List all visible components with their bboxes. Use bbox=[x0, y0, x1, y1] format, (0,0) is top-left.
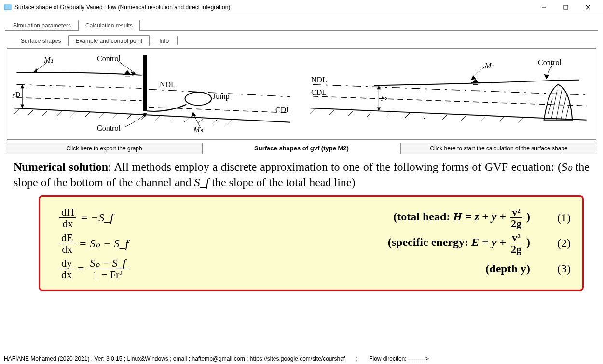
eq2-desc-prefix: (specific energy: bbox=[388, 236, 471, 248]
svg-line-16 bbox=[170, 117, 175, 121]
eq2-lhs-top: dE bbox=[59, 232, 75, 243]
diagram-label-m3: M₃ bbox=[193, 125, 203, 134]
start-calculation-button[interactable]: Click here to start the calculation of t… bbox=[400, 143, 597, 154]
diagram-label-m1: M₁ bbox=[44, 55, 53, 65]
numerical-solution-text: Numerical solution: All methods employ a… bbox=[14, 159, 589, 190]
svg-line-31 bbox=[442, 115, 447, 120]
svg-line-29 bbox=[405, 113, 410, 118]
app-icon bbox=[4, 3, 12, 11]
explanation-s0: S₀ bbox=[562, 161, 572, 173]
svg-line-7 bbox=[42, 111, 47, 116]
eq1-lhs-bot: dx bbox=[60, 218, 75, 229]
eq3-rhs-bot: 1 − Fr² bbox=[91, 269, 124, 280]
diagram-label-yd: yD bbox=[12, 91, 20, 99]
diagram-label-m1-r: M₁ bbox=[485, 61, 494, 70]
explanation-body1: : All methods employ a discrete approxim… bbox=[108, 161, 562, 173]
svg-line-33 bbox=[480, 117, 485, 121]
svg-line-25 bbox=[329, 110, 334, 115]
eq1-num: (1) bbox=[542, 211, 571, 224]
tab-info[interactable]: Info bbox=[152, 35, 176, 46]
eq3-eq: = bbox=[78, 262, 84, 275]
status-flow-label: Flow direction: bbox=[369, 355, 406, 362]
svg-line-34 bbox=[499, 117, 504, 122]
eq1-vfrac-top: v² bbox=[510, 206, 522, 218]
tabs-main: Simulation parameters Calculation result… bbox=[0, 17, 603, 31]
eq2-vfrac-bot: 2g bbox=[509, 243, 523, 255]
diagram-label-yo: yₒ bbox=[381, 93, 387, 101]
window-title: Surface shape of Gradually Varied Flow (… bbox=[14, 4, 533, 11]
svg-line-40 bbox=[566, 104, 570, 120]
equation-2: dEdx = Sₒ − S_f (specific energy: E = y … bbox=[59, 232, 571, 255]
diagram-label-cdl: CDL bbox=[275, 106, 291, 114]
export-graph-button[interactable]: Click here to export the graph bbox=[6, 143, 203, 154]
tab-simulation-parameters[interactable]: Simulation parameters bbox=[6, 20, 78, 31]
status-author: HAFIANE Mohamed (2020-2021) ; Ver: 3.0.1… bbox=[4, 355, 345, 362]
tab-example-control-point[interactable]: Example and control point bbox=[68, 35, 150, 46]
tab-separator bbox=[177, 36, 178, 45]
svg-line-18 bbox=[198, 119, 203, 123]
eq3-num: (3) bbox=[542, 262, 571, 275]
eq1-vfrac-bot: 2g bbox=[509, 218, 523, 229]
svg-line-8 bbox=[57, 111, 62, 116]
svg-line-39 bbox=[561, 95, 567, 120]
svg-line-19 bbox=[212, 120, 217, 124]
eq2-desc-suffix: ) bbox=[526, 236, 530, 248]
tab-surface-shapes[interactable]: Surface shapes bbox=[14, 35, 68, 46]
diagram-label-control-bottom: Control bbox=[97, 124, 121, 133]
svg-point-22 bbox=[185, 92, 212, 105]
eq1-desc-suffix: ) bbox=[526, 210, 530, 223]
minimize-button[interactable] bbox=[533, 0, 555, 14]
explanation-heading: Numerical solution bbox=[14, 161, 108, 173]
explanation-body3: the slope of the total head line) bbox=[209, 176, 355, 189]
close-button[interactable] bbox=[577, 0, 599, 14]
svg-line-27 bbox=[367, 112, 372, 117]
diagram-label-control-r: Control bbox=[538, 58, 562, 67]
svg-line-24 bbox=[311, 109, 315, 114]
svg-rect-2 bbox=[564, 5, 568, 9]
svg-line-9 bbox=[71, 112, 76, 117]
surface-shape-type-label: Surface shapes of gvf (type M2) bbox=[206, 143, 397, 154]
tab-calculation-results[interactable]: Calculation results bbox=[78, 20, 140, 31]
svg-line-5 bbox=[14, 109, 19, 114]
svg-line-15 bbox=[156, 116, 161, 121]
diagram-panel: M₁ Control NDL CDL Jump Control M₃ yD bbox=[7, 48, 596, 140]
diagram-label-control-top: Control bbox=[97, 54, 121, 63]
status-flow-arrow: ---------> bbox=[408, 355, 429, 362]
svg-line-35 bbox=[518, 118, 523, 123]
window-controls bbox=[533, 0, 599, 14]
svg-line-30 bbox=[424, 114, 428, 119]
eq1-desc-core: H = z + y + bbox=[453, 210, 509, 223]
svg-line-17 bbox=[184, 118, 189, 122]
svg-line-20 bbox=[227, 121, 232, 125]
svg-line-11 bbox=[99, 113, 104, 118]
tab-separator bbox=[141, 21, 141, 29]
diagram-right: NDL CDL M₁ Control yₒ bbox=[306, 52, 593, 136]
svg-line-28 bbox=[386, 113, 391, 118]
action-bar: Click here to export the graph Surface s… bbox=[6, 143, 597, 154]
svg-line-6 bbox=[28, 110, 33, 115]
svg-line-26 bbox=[348, 111, 353, 116]
explanation-sf: S_f bbox=[194, 176, 209, 189]
diagram-label-ndl-r: NDL bbox=[311, 76, 327, 84]
diagram-left: M₁ Control NDL CDL Jump Control M₃ yD bbox=[10, 52, 297, 136]
diagram-label-cdl-r: CDL bbox=[311, 88, 327, 97]
maximize-button[interactable] bbox=[555, 0, 577, 14]
svg-line-10 bbox=[85, 112, 90, 117]
equations-box: dHdx = −S_f (total head: H = z + y + v²2… bbox=[39, 195, 584, 292]
eq1-rhs: = −S_f bbox=[80, 211, 113, 224]
eq1-lhs-top: dH bbox=[59, 206, 76, 218]
svg-rect-0 bbox=[4, 5, 11, 10]
svg-rect-21 bbox=[143, 55, 147, 111]
equation-3: dydx = Sₒ − S_f1 − Fr² (depth y) (3) bbox=[59, 257, 571, 280]
eq3-rhs-top: Sₒ − S_f bbox=[88, 257, 128, 269]
eq2-rhs: = Sₒ − S_f bbox=[79, 237, 128, 250]
tab-separator bbox=[151, 36, 151, 45]
eq3-desc: (depth y) bbox=[485, 262, 530, 275]
svg-line-32 bbox=[461, 116, 466, 121]
svg-line-13 bbox=[127, 114, 132, 119]
eq1-desc-prefix: (total head: bbox=[393, 210, 453, 223]
svg-line-36 bbox=[548, 99, 552, 117]
eq2-vfrac-top: v² bbox=[510, 232, 522, 243]
eq2-desc-core: E = y + bbox=[471, 236, 509, 248]
status-sep: ; bbox=[356, 355, 358, 362]
